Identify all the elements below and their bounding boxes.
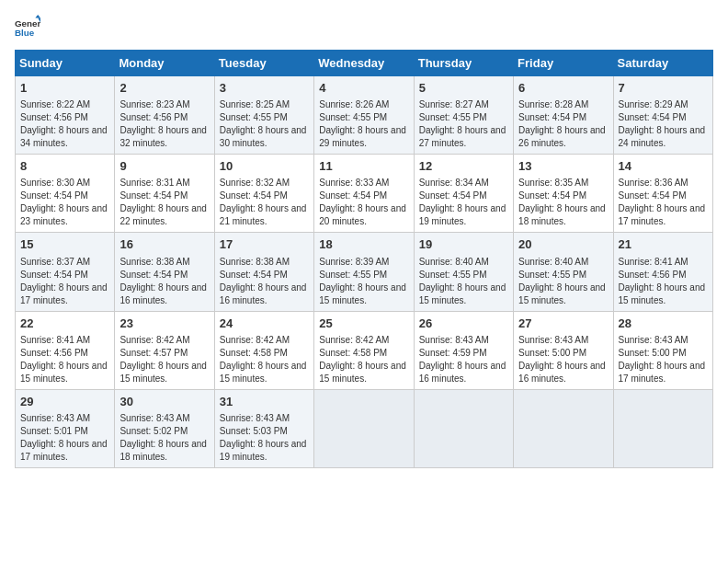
daylight-label: Daylight: 8 hours and 17 minutes. <box>20 282 108 305</box>
sunrise-label: Sunrise: 8:34 AM <box>419 178 489 188</box>
daylight-label: Daylight: 8 hours and 16 minutes. <box>119 282 207 305</box>
day-number: 12 <box>419 158 508 175</box>
daylight-label: Daylight: 8 hours and 19 minutes. <box>220 439 307 462</box>
day-number: 19 <box>419 236 508 253</box>
day-number: 26 <box>419 316 508 332</box>
day-number: 8 <box>20 158 109 175</box>
day-number: 20 <box>518 236 608 253</box>
table-row: 12 Sunrise: 8:34 AM Sunset: 4:54 PM Dayl… <box>414 155 513 233</box>
sunset-label: Sunset: 5:00 PM <box>619 348 687 358</box>
daylight-label: Daylight: 8 hours and 34 minutes. <box>20 125 108 148</box>
sunrise-label: Sunrise: 8:43 AM <box>419 335 489 345</box>
table-row: 10 Sunrise: 8:32 AM Sunset: 4:54 PM Dayl… <box>214 155 313 233</box>
daylight-label: Daylight: 8 hours and 17 minutes. <box>20 439 108 462</box>
table-row: 29 Sunrise: 8:43 AM Sunset: 5:01 PM Dayl… <box>16 389 115 467</box>
sunrise-label: Sunrise: 8:38 AM <box>119 257 189 267</box>
daylight-label: Daylight: 8 hours and 23 minutes. <box>20 203 108 226</box>
sunrise-label: Sunrise: 8:39 AM <box>319 257 389 267</box>
sunrise-label: Sunrise: 8:35 AM <box>518 178 588 188</box>
table-row: 9 Sunrise: 8:31 AM Sunset: 4:54 PM Dayli… <box>115 155 214 233</box>
table-row: 28 Sunrise: 8:43 AM Sunset: 5:00 PM Dayl… <box>613 311 712 389</box>
day-number: 16 <box>119 236 209 253</box>
sunrise-label: Sunrise: 8:40 AM <box>518 257 588 267</box>
sunrise-label: Sunrise: 8:27 AM <box>419 99 489 109</box>
table-row: 18 Sunrise: 8:39 AM Sunset: 4:55 PM Dayl… <box>314 233 414 311</box>
day-number: 21 <box>619 236 708 253</box>
day-number: 7 <box>619 80 708 97</box>
day-number: 29 <box>20 394 109 410</box>
sunset-label: Sunset: 4:56 PM <box>619 270 687 280</box>
sunset-label: Sunset: 4:55 PM <box>518 270 586 280</box>
logo: General Blue <box>15 15 48 40</box>
day-number: 31 <box>220 394 309 410</box>
sunrise-label: Sunrise: 8:29 AM <box>619 99 688 109</box>
sunset-label: Sunset: 4:54 PM <box>220 270 288 280</box>
day-number: 30 <box>119 394 209 410</box>
daylight-label: Daylight: 8 hours and 15 minutes. <box>220 361 307 384</box>
sunset-label: Sunset: 4:54 PM <box>20 270 88 280</box>
sunset-label: Sunset: 4:54 PM <box>20 190 88 201</box>
sunrise-label: Sunrise: 8:41 AM <box>20 335 90 345</box>
table-row <box>514 389 613 467</box>
sunset-label: Sunset: 4:56 PM <box>20 112 88 122</box>
day-number: 24 <box>220 316 309 332</box>
table-row: 4 Sunrise: 8:26 AM Sunset: 4:55 PM Dayli… <box>314 76 414 155</box>
col-wednesday: Wednesday <box>314 51 414 76</box>
daylight-label: Daylight: 8 hours and 16 minutes. <box>220 282 307 305</box>
day-number: 6 <box>518 80 608 97</box>
day-number: 17 <box>220 236 309 253</box>
sunrise-label: Sunrise: 8:42 AM <box>220 335 290 345</box>
table-row: 19 Sunrise: 8:40 AM Sunset: 4:55 PM Dayl… <box>414 233 513 311</box>
sunrise-label: Sunrise: 8:43 AM <box>518 335 588 345</box>
daylight-label: Daylight: 8 hours and 15 minutes. <box>419 282 506 305</box>
svg-marker-2 <box>35 15 40 18</box>
table-row: 22 Sunrise: 8:41 AM Sunset: 4:56 PM Dayl… <box>16 311 115 389</box>
sunrise-label: Sunrise: 8:43 AM <box>119 413 189 423</box>
col-tuesday: Tuesday <box>214 51 313 76</box>
sunset-label: Sunset: 4:54 PM <box>619 112 687 122</box>
day-number: 4 <box>319 80 408 97</box>
sunrise-label: Sunrise: 8:26 AM <box>319 99 389 109</box>
day-number: 18 <box>319 236 408 253</box>
sunset-label: Sunset: 4:54 PM <box>119 270 188 280</box>
table-row: 27 Sunrise: 8:43 AM Sunset: 5:00 PM Dayl… <box>514 311 613 389</box>
table-row: 24 Sunrise: 8:42 AM Sunset: 4:58 PM Dayl… <box>214 311 313 389</box>
table-row <box>613 389 712 467</box>
daylight-label: Daylight: 8 hours and 21 minutes. <box>220 203 307 226</box>
table-row: 8 Sunrise: 8:30 AM Sunset: 4:54 PM Dayli… <box>16 155 115 233</box>
col-sunday: Sunday <box>16 51 115 76</box>
daylight-label: Daylight: 8 hours and 29 minutes. <box>319 125 406 148</box>
sunset-label: Sunset: 4:54 PM <box>518 112 586 122</box>
day-number: 5 <box>419 80 508 97</box>
day-number: 9 <box>119 158 209 175</box>
day-number: 25 <box>319 316 408 332</box>
day-number: 15 <box>20 236 109 253</box>
table-row: 17 Sunrise: 8:38 AM Sunset: 4:54 PM Dayl… <box>214 233 313 311</box>
table-row: 30 Sunrise: 8:43 AM Sunset: 5:02 PM Dayl… <box>115 389 214 467</box>
table-row: 2 Sunrise: 8:23 AM Sunset: 4:56 PM Dayli… <box>115 76 214 155</box>
daylight-label: Daylight: 8 hours and 15 minutes. <box>319 282 406 305</box>
daylight-label: Daylight: 8 hours and 15 minutes. <box>518 282 606 305</box>
daylight-label: Daylight: 8 hours and 17 minutes. <box>619 203 706 226</box>
daylight-label: Daylight: 8 hours and 15 minutes. <box>119 361 207 384</box>
daylight-label: Daylight: 8 hours and 22 minutes. <box>119 203 207 226</box>
sunrise-label: Sunrise: 8:42 AM <box>119 335 189 345</box>
sunset-label: Sunset: 4:55 PM <box>419 112 487 122</box>
day-number: 23 <box>119 316 209 332</box>
table-row: 14 Sunrise: 8:36 AM Sunset: 4:54 PM Dayl… <box>613 155 712 233</box>
sunrise-label: Sunrise: 8:43 AM <box>20 413 90 423</box>
daylight-label: Daylight: 8 hours and 18 minutes. <box>518 203 606 226</box>
sunset-label: Sunset: 4:54 PM <box>419 190 487 201</box>
sunset-label: Sunset: 4:58 PM <box>220 348 288 358</box>
table-row: 16 Sunrise: 8:38 AM Sunset: 4:54 PM Dayl… <box>115 233 214 311</box>
sunrise-label: Sunrise: 8:22 AM <box>20 99 90 109</box>
sunset-label: Sunset: 4:58 PM <box>319 348 387 358</box>
svg-text:Blue: Blue <box>15 28 35 38</box>
sunset-label: Sunset: 4:54 PM <box>119 190 188 201</box>
sunrise-label: Sunrise: 8:31 AM <box>119 178 189 188</box>
table-row: 25 Sunrise: 8:42 AM Sunset: 4:58 PM Dayl… <box>314 311 414 389</box>
sunset-label: Sunset: 4:57 PM <box>119 348 188 358</box>
day-number: 28 <box>619 316 708 332</box>
sunrise-label: Sunrise: 8:38 AM <box>220 257 290 267</box>
sunrise-label: Sunrise: 8:23 AM <box>119 99 189 109</box>
